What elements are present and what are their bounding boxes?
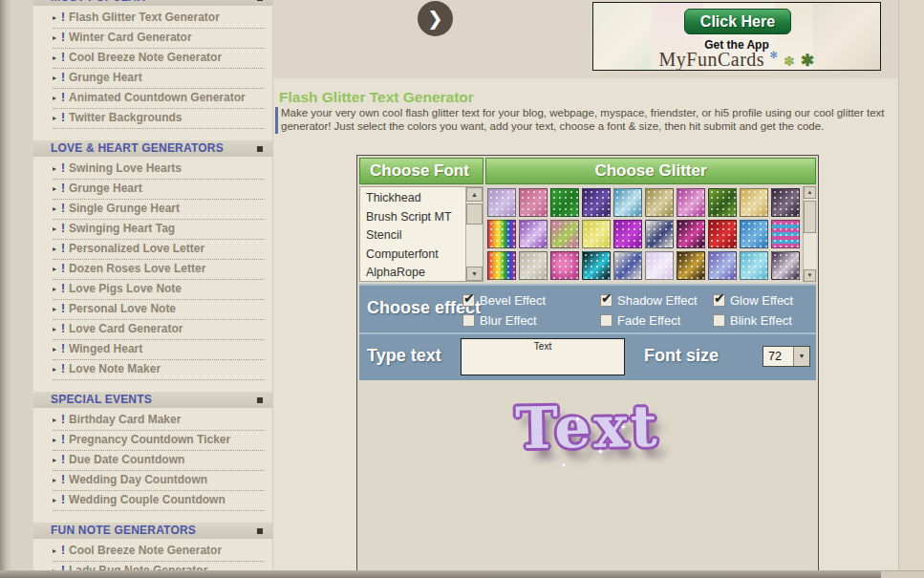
- sparkle-texture: [646, 189, 673, 216]
- glitter-swatch[interactable]: [771, 188, 800, 217]
- glitter-swatch[interactable]: [740, 251, 768, 280]
- glitter-swatch[interactable]: [708, 188, 737, 217]
- sparkle-texture: [520, 221, 547, 247]
- sparkle-texture: [614, 189, 641, 216]
- sidebar-item[interactable]: ▸!Love Note Maker: [53, 361, 265, 380]
- sparkle-icon: ✦: [597, 447, 605, 457]
- collapse-square-icon[interactable]: [257, 0, 263, 1]
- glitter-swatch[interactable]: [487, 251, 516, 280]
- sparkle-texture: [488, 189, 515, 216]
- text-input[interactable]: Text: [461, 338, 625, 375]
- click-here-button[interactable]: Click Here: [684, 9, 791, 34]
- arrow-right-icon: ▸: [53, 496, 56, 504]
- scrollbar-thumb[interactable]: [466, 203, 483, 225]
- glitter-swatch[interactable]: [582, 251, 611, 280]
- sidebar-item[interactable]: ▸!Love Card Generator: [53, 321, 265, 340]
- glitter-swatch[interactable]: [677, 220, 705, 248]
- sparkle-texture: [488, 221, 515, 247]
- checkbox-unchecked[interactable]: [713, 314, 725, 327]
- sidebar-item[interactable]: ▸!Dozen Roses Love Letter: [53, 261, 265, 280]
- sidebar-section-header[interactable]: SPECIAL EVENTS: [33, 392, 272, 408]
- bang-icon: !: [61, 362, 65, 375]
- sidebar-item[interactable]: ▸!Personalized Love Letter: [53, 241, 265, 260]
- glitter-swatch[interactable]: [740, 188, 768, 217]
- text-cursor: [275, 107, 278, 134]
- sidebar-item-label: Cool Breeze Note Generator: [69, 544, 222, 557]
- glitter-swatch[interactable]: [708, 220, 737, 248]
- glitter-swatch[interactable]: [740, 220, 768, 248]
- sidebar-item[interactable]: ▸!Wedding Day Countdown: [53, 472, 265, 491]
- sidebar-item[interactable]: ▸!Swinging Heart Tag: [53, 221, 265, 240]
- glitter-swatch[interactable]: [645, 188, 674, 217]
- sidebar-item[interactable]: ▸!Animated Countdown Generator: [53, 90, 265, 109]
- sidebar-item[interactable]: ▸!Grunge Heart: [53, 181, 265, 200]
- font-size-select[interactable]: 72 ▼: [763, 346, 810, 367]
- sidebar-item[interactable]: ▸!Birthday Card Maker: [53, 412, 265, 431]
- collapse-square-icon[interactable]: [257, 528, 263, 534]
- glitter-swatch[interactable]: [582, 220, 611, 248]
- sidebar-item[interactable]: ▸!Due Date Countdown: [53, 452, 265, 471]
- sidebar-item-label: Animated Countdown Generator: [69, 91, 246, 104]
- sidebar-item[interactable]: ▸!Flash Glitter Text Generator: [53, 10, 265, 29]
- checkbox-checked[interactable]: [600, 294, 612, 307]
- sidebar-item[interactable]: ▸!Love Pigs Love Note: [53, 281, 265, 300]
- collapse-square-icon[interactable]: [257, 146, 263, 152]
- checkbox-unchecked[interactable]: [462, 314, 475, 327]
- arrow-right-icon: ▸: [53, 546, 56, 555]
- glitter-swatch[interactable]: [771, 251, 800, 280]
- scrollbar-thumb[interactable]: [804, 201, 816, 233]
- next-arrow-button[interactable]: ❯: [418, 1, 453, 36]
- glitter-scrollbar[interactable]: ▲ ▼: [803, 186, 816, 282]
- bang-icon: !: [61, 11, 65, 24]
- sparkle-icon: ✦: [574, 415, 582, 424]
- chevron-down-icon[interactable]: ▼: [793, 347, 809, 366]
- font-list-scrollbar[interactable]: ▲ ▼: [465, 187, 483, 281]
- glitter-swatch[interactable]: [645, 251, 674, 280]
- page-description: Make your very own cool flash glitter te…: [281, 106, 896, 133]
- sidebar-item[interactable]: ▸!Cool Breeze Note Generator: [53, 50, 265, 69]
- glitter-swatch[interactable]: [677, 251, 705, 280]
- glitter-swatch[interactable]: [613, 188, 642, 217]
- sidebar-item[interactable]: ▸!Swining Love Hearts: [53, 161, 265, 180]
- glitter-swatch[interactable]: [487, 220, 516, 248]
- glitter-swatch[interactable]: [550, 188, 579, 217]
- sparkle-texture: [551, 221, 578, 247]
- sidebar-item[interactable]: ▸!Twitter Backgrounds: [53, 110, 265, 129]
- checkbox-checked[interactable]: [462, 294, 475, 307]
- glitter-swatch[interactable]: [613, 220, 642, 248]
- glitter-swatch[interactable]: [771, 220, 800, 248]
- glitter-swatch[interactable]: [645, 220, 674, 248]
- checkbox-unchecked[interactable]: [600, 314, 612, 327]
- myfuncards-ad-banner[interactable]: Click Here Get the App MyFunCards ✻ ✽ ✱: [592, 2, 881, 71]
- glitter-swatch[interactable]: [487, 188, 516, 217]
- glitter-swatch[interactable]: [582, 188, 611, 217]
- sidebar-section-header[interactable]: MOST POPULAR: [33, 0, 272, 6]
- glitter-swatch[interactable]: [550, 251, 579, 280]
- checkbox-checked[interactable]: [713, 294, 725, 307]
- sparkle-texture: [772, 189, 799, 216]
- sidebar-item[interactable]: ▸!Personal Love Note: [53, 301, 265, 320]
- sidebar-item[interactable]: ▸!Winter Card Generator: [53, 30, 265, 49]
- glitter-swatch[interactable]: [550, 220, 579, 248]
- sidebar-item[interactable]: ▸!Pregnancy Countdown Ticker: [53, 432, 265, 451]
- glitter-swatch[interactable]: [519, 220, 548, 248]
- sidebar-section-header[interactable]: FUN NOTE GENERATORS: [33, 523, 272, 539]
- glitter-swatch[interactable]: [613, 251, 642, 280]
- scroll-down-icon[interactable]: ▼: [466, 267, 483, 281]
- scroll-down-icon[interactable]: ▼: [804, 269, 816, 282]
- glitter-swatch[interactable]: [519, 188, 548, 217]
- sidebar-section-header[interactable]: LOVE & HEART GENERATORS: [33, 140, 272, 157]
- glitter-swatch[interactable]: [519, 251, 548, 280]
- scroll-up-icon[interactable]: ▲: [804, 186, 816, 199]
- glitter-swatch[interactable]: [677, 188, 705, 217]
- sidebar-item[interactable]: ▸!Cool Breeze Note Generator: [53, 543, 265, 562]
- sidebar-item[interactable]: ▸!Grunge Heart: [53, 70, 265, 89]
- sidebar-item[interactable]: ▸!Winged Heart: [53, 341, 265, 360]
- collapse-square-icon[interactable]: [257, 397, 263, 403]
- sidebar-item[interactable]: ▸!Single Grunge Heart: [53, 201, 265, 220]
- glitter-swatch[interactable]: [708, 251, 737, 280]
- bottom-scrollbar[interactable]: [0, 570, 881, 578]
- bang-icon: !: [61, 453, 65, 466]
- sidebar-item[interactable]: ▸!Wedding Couple Countdown: [53, 492, 265, 511]
- scroll-up-icon[interactable]: ▲: [466, 187, 483, 202]
